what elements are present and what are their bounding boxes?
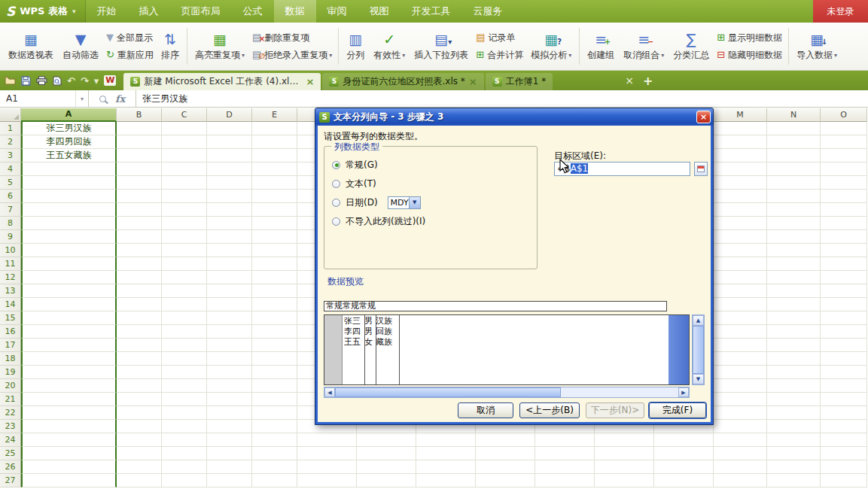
cell-N8[interactable] — [767, 217, 821, 230]
cell-D21[interactable] — [207, 393, 252, 406]
cell-A5[interactable] — [21, 176, 117, 190]
cell-D12[interactable] — [207, 271, 252, 284]
cell-G26[interactable] — [357, 460, 416, 474]
cell-B23[interactable] — [117, 420, 162, 433]
ribbon-button-validation[interactable]: ✓有效性▾ — [370, 29, 409, 64]
cell-O16[interactable] — [821, 325, 867, 339]
cell-B24[interactable] — [117, 433, 162, 447]
cell-N27[interactable] — [767, 474, 821, 487]
cell-E7[interactable] — [252, 203, 297, 217]
cell-B20[interactable] — [117, 379, 162, 393]
cell-O21[interactable] — [821, 393, 867, 406]
cell-D20[interactable] — [207, 379, 252, 393]
cell-D13[interactable] — [207, 284, 252, 298]
column-header-B[interactable]: B — [117, 108, 162, 122]
ribbon-button-record-form[interactable]: ▤记录单 — [474, 31, 525, 45]
cell-A21[interactable] — [21, 393, 117, 406]
magnifier-icon[interactable] — [99, 96, 106, 102]
file-tab-0[interactable]: S新建 Microsoft Excel 工作表 (4).xlsx *× — [123, 73, 321, 90]
select-all-corner[interactable] — [0, 108, 21, 122]
column-header-M[interactable]: M — [714, 108, 767, 122]
cell-E4[interactable] — [252, 162, 297, 176]
cell-I25[interactable] — [476, 447, 535, 460]
cell-H27[interactable] — [416, 474, 476, 487]
row-header-4[interactable]: 4 — [0, 162, 21, 176]
cell-O1[interactable] — [821, 122, 867, 135]
ribbon-button-create-group[interactable]: ≡+创建组 — [583, 29, 618, 64]
ribbon-button-auto-filter[interactable]: ▼自动筛选 — [59, 29, 102, 64]
cell-B10[interactable] — [117, 244, 162, 257]
cell-E19[interactable] — [252, 366, 297, 379]
cell-J26[interactable] — [535, 460, 595, 474]
radio-icon[interactable] — [332, 199, 340, 207]
cell-N19[interactable] — [767, 366, 821, 379]
cell-B14[interactable] — [117, 298, 162, 311]
target-range-input[interactable]: =$A$1 — [554, 162, 690, 176]
cell-B9[interactable] — [117, 230, 162, 244]
cell-N6[interactable] — [767, 190, 821, 203]
cell-E26[interactable] — [252, 460, 297, 474]
date-format-select[interactable]: MDY▼ — [388, 196, 421, 209]
close-tab-icon[interactable]: × — [306, 76, 315, 87]
cell-O12[interactable] — [821, 271, 867, 284]
cell-B7[interactable] — [117, 203, 162, 217]
row-header-19[interactable]: 19 — [0, 366, 21, 379]
cell-D8[interactable] — [207, 217, 252, 230]
cell-B25[interactable] — [117, 447, 162, 460]
row-header-5[interactable]: 5 — [0, 176, 21, 190]
cell-N3[interactable] — [767, 149, 821, 162]
cell-O22[interactable] — [821, 406, 867, 420]
cell-H26[interactable] — [416, 460, 476, 474]
cell-C15[interactable] — [162, 311, 207, 325]
row-header-13[interactable]: 13 — [0, 284, 21, 298]
ribbon-button-consolidate[interactable]: ⊞合并计算 — [474, 48, 525, 62]
cell-A3[interactable]: 王五女藏族 — [21, 149, 117, 162]
column-header-O[interactable]: O — [821, 108, 867, 122]
cell-D2[interactable] — [207, 135, 252, 149]
cell-M14[interactable] — [714, 298, 767, 311]
cell-C1[interactable] — [162, 122, 207, 135]
cell-C19[interactable] — [162, 366, 207, 379]
cell-C7[interactable] — [162, 203, 207, 217]
cell-B21[interactable] — [117, 393, 162, 406]
dialog-title-bar[interactable]: S 文本分列向导 - 3 步骤之 3 × — [315, 108, 713, 126]
cell-N11[interactable] — [767, 257, 821, 271]
cell-M20[interactable] — [714, 379, 767, 393]
cell-E11[interactable] — [252, 257, 297, 271]
cell-M17[interactable] — [714, 339, 767, 352]
cell-M8[interactable] — [714, 217, 767, 230]
cell-N2[interactable] — [767, 135, 821, 149]
row-header-3[interactable]: 3 — [0, 149, 21, 162]
cell-B15[interactable] — [117, 311, 162, 325]
ribbon-button-reject-duplicates[interactable]: ▤∅拒绝录入重复项▾ — [250, 48, 334, 62]
wps-writer-icon[interactable]: W — [104, 75, 116, 86]
row-header-23[interactable]: 23 — [0, 420, 21, 433]
cell-O18[interactable] — [821, 352, 867, 366]
cell-O2[interactable] — [821, 135, 867, 149]
insert-function-icon[interactable]: fx — [115, 93, 125, 105]
close-tab-icon[interactable]: × — [469, 76, 477, 87]
cell-D18[interactable] — [207, 352, 252, 366]
row-header-11[interactable]: 11 — [0, 257, 21, 271]
cell-J24[interactable] — [535, 433, 595, 447]
cell-M22[interactable] — [714, 406, 767, 420]
cell-C24[interactable] — [162, 433, 207, 447]
cell-C16[interactable] — [162, 325, 207, 339]
cell-N15[interactable] — [767, 311, 821, 325]
cell-E22[interactable] — [252, 406, 297, 420]
cell-C20[interactable] — [162, 379, 207, 393]
cell-E24[interactable] — [252, 433, 297, 447]
cell-J25[interactable] — [535, 447, 595, 460]
cell-D10[interactable] — [207, 244, 252, 257]
ribbon-button-subtotal[interactable]: ∑分类汇总 — [669, 29, 713, 64]
wps-logo[interactable]: S WPS 表格 ▾ — [0, 0, 86, 23]
customize-caret-icon[interactable]: ▾ — [94, 75, 99, 87]
cell-M11[interactable] — [714, 257, 767, 271]
cell-N16[interactable] — [767, 325, 821, 339]
cell-A11[interactable] — [21, 257, 117, 271]
type-option-0[interactable]: 常规(G) — [332, 159, 532, 171]
cell-E5[interactable] — [252, 176, 297, 190]
file-tab-2[interactable]: S工作簿1 * — [486, 73, 553, 90]
cell-A26[interactable] — [21, 460, 117, 474]
column-header-A[interactable]: A — [21, 108, 117, 122]
